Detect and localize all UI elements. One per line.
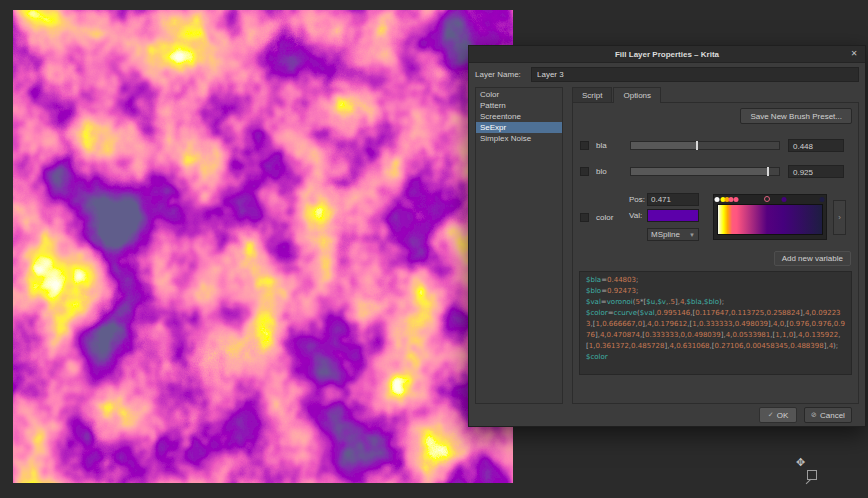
color-variable-name: color: [596, 213, 629, 222]
generator-type-list: ColorPatternScreentoneSeExprSimplex Nois…: [475, 87, 563, 404]
generator-type-color[interactable]: Color: [476, 89, 562, 100]
val-label: Val:: [629, 211, 647, 220]
voronoi-plasma-image: [13, 10, 513, 483]
blo-checkbox[interactable]: [580, 167, 589, 176]
ok-button[interactable]: ✓ OK: [759, 407, 797, 423]
slider-handle[interactable]: [767, 167, 769, 176]
gradient-stop[interactable]: [715, 197, 720, 202]
bla-variable-row: bla0.448: [579, 139, 852, 152]
tab-options[interactable]: Options: [613, 87, 661, 103]
bla-variable-name: bla: [596, 141, 630, 150]
script-line: $bla=0.44803;: [586, 275, 845, 286]
dialog-body: Layer Name: ColorPatternScreentoneSeExpr…: [469, 63, 865, 426]
move-cursor-icon: ✥: [796, 457, 805, 468]
val-color-swatch[interactable]: [647, 209, 699, 222]
cancel-button[interactable]: ⊘ Cancel: [804, 407, 852, 423]
script-line: $color=ccurve($val,0.995146,[0.117647,0.…: [586, 308, 845, 352]
chevron-down-icon: ▼: [689, 232, 695, 238]
generator-type-screentone[interactable]: Screentone: [476, 111, 562, 122]
bla-slider[interactable]: [630, 141, 780, 150]
pos-label: Pos:: [629, 195, 647, 204]
layer-name-label: Layer Name:: [475, 70, 531, 79]
blo-variable-name: blo: [596, 167, 630, 176]
gradient-stop-selected[interactable]: [764, 196, 770, 202]
dialog-title: Fill Layer Properties – Krita: [615, 50, 719, 59]
gradient-stop[interactable]: [820, 197, 825, 202]
transform-frame-icon: [807, 470, 817, 480]
script-line: $blo=0.92473;: [586, 286, 845, 297]
pos-input[interactable]: [647, 193, 699, 206]
gradient-stop-handles: [717, 196, 823, 204]
tab-bar: ScriptOptions: [572, 87, 859, 102]
dialog-footer: ✓ OK ⊘ Cancel: [475, 404, 859, 423]
layer-name-input[interactable]: [531, 67, 859, 82]
add-new-variable-button[interactable]: Add new variable: [774, 251, 851, 266]
gradient-ramp[interactable]: [717, 204, 823, 235]
generator-type-simplex-noise[interactable]: Simplex Noise: [476, 133, 562, 144]
slider-handle[interactable]: [696, 141, 698, 150]
canvas-texture[interactable]: [13, 10, 513, 483]
generator-type-seexpr[interactable]: SeExpr: [476, 122, 562, 133]
blo-value[interactable]: 0.925: [788, 165, 844, 178]
blo-slider[interactable]: [630, 167, 780, 176]
script-line: $val=voronoi(5*[$u,$v,.5],4,$bla,$blo);: [586, 297, 845, 308]
variable-controls: bla0.448blo0.925: [579, 139, 852, 191]
blo-variable-row: blo0.925: [579, 165, 852, 178]
dialog-titlebar[interactable]: Fill Layer Properties – Krita ✕: [469, 46, 865, 63]
check-icon: ✓: [768, 411, 774, 419]
script-line: $color: [586, 352, 845, 363]
options-tab-pane: Save New Brush Preset... bla0.448blo0.92…: [572, 102, 859, 404]
bla-value[interactable]: 0.448: [788, 139, 844, 152]
bla-checkbox[interactable]: [580, 141, 589, 150]
seexpr-script-editor[interactable]: $bla=0.44803;$blo=0.92473;$val=voronoi(5…: [579, 271, 852, 375]
fill-layer-properties-dialog: Fill Layer Properties – Krita ✕ Layer Na…: [468, 45, 866, 427]
close-icon[interactable]: ✕: [849, 49, 859, 58]
save-new-brush-preset-button[interactable]: Save New Brush Preset...: [740, 108, 852, 124]
color-checkbox[interactable]: [580, 213, 589, 222]
color-variable-row: color Pos: Val:: [579, 193, 852, 241]
gradient-stop[interactable]: [781, 197, 786, 202]
tab-script[interactable]: Script: [572, 87, 612, 102]
gradient-ramp-widget[interactable]: [713, 194, 827, 240]
gradient-stop[interactable]: [734, 197, 739, 202]
krita-desktop: Fill Layer Properties – Krita ✕ Layer Na…: [0, 0, 868, 498]
next-gradient-button[interactable]: ›: [833, 200, 846, 235]
cancel-icon: ⊘: [811, 411, 817, 419]
interpolation-value: MSpline: [651, 230, 680, 239]
generator-type-pattern[interactable]: Pattern: [476, 100, 562, 111]
interpolation-dropdown[interactable]: MSpline ▼: [647, 228, 699, 241]
